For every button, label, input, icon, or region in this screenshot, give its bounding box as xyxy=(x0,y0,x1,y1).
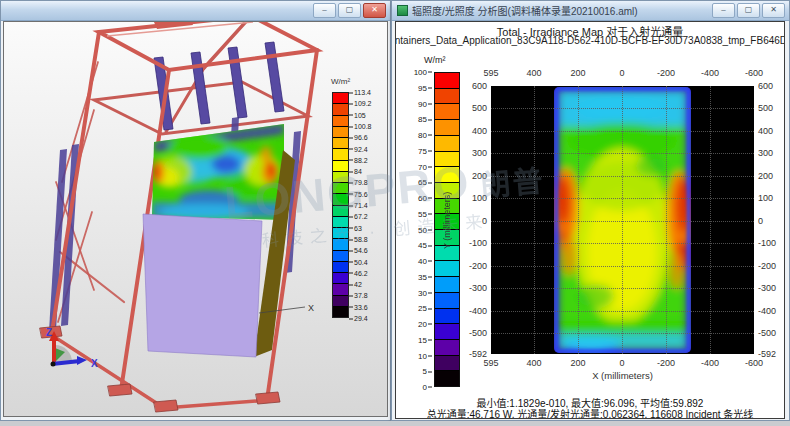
legend-tick-label: 0 xyxy=(423,383,432,392)
legend-color-band xyxy=(333,238,348,249)
y-tick-label: 500 xyxy=(758,103,773,113)
legend-tick-label: 5 xyxy=(423,367,432,376)
legend-color-band xyxy=(333,148,348,159)
chart-subtitle: Containers_Data_Application_83C9A118-D56… xyxy=(395,35,785,46)
legend-tick-label: 10 xyxy=(418,351,432,360)
legend-tick-label: 113.4 xyxy=(349,89,371,96)
legend-color-band xyxy=(333,171,348,182)
y-tick-label: -400 xyxy=(469,306,487,316)
legend-color-band xyxy=(333,216,348,227)
left-window-titlebar[interactable]: – ▢ ✕ xyxy=(1,1,390,21)
x-tick-label: 0 xyxy=(619,68,624,78)
legend-tick-label: 75 xyxy=(418,146,432,155)
y-tick-label: -400 xyxy=(758,306,776,316)
legend-color-band xyxy=(333,295,348,306)
x-tick-label: 0 xyxy=(619,358,624,368)
legend-tick-label: 67.2 xyxy=(349,213,368,220)
legend-tick-label: 46.2 xyxy=(349,269,368,276)
minimize-icon[interactable]: – xyxy=(313,3,336,18)
y-tick-label: 300 xyxy=(758,148,773,158)
legend-tick-label: 80 xyxy=(418,131,432,140)
x-tick-label: 400 xyxy=(526,68,541,78)
close-icon[interactable]: ✕ xyxy=(363,3,386,18)
legend-tick-label: 54.6 xyxy=(349,247,368,254)
x-tick-label: 595 xyxy=(483,358,498,368)
legend-ticks: 113.4109.2105100.896.692.488.28479.875.6… xyxy=(349,92,387,318)
x-tick-label: -600 xyxy=(745,358,763,368)
close-icon[interactable]: ✕ xyxy=(762,3,785,18)
x-tick-label: -200 xyxy=(657,358,675,368)
legend-tick-label: 96.6 xyxy=(349,134,368,141)
y-tick-label: 0 xyxy=(758,216,763,226)
legend-tick-label: 85 xyxy=(418,115,432,124)
desktop: – ▢ ✕ xyxy=(0,0,790,426)
y-tick-label: 400 xyxy=(758,126,773,136)
legend-tick-label: 79.8 xyxy=(349,179,368,186)
x-tick-label: -600 xyxy=(745,68,763,78)
y-tick-label: 400 xyxy=(472,126,487,136)
maximize-icon[interactable]: ▢ xyxy=(338,3,361,18)
lavender-box xyxy=(143,214,262,357)
legend-color-band xyxy=(333,306,348,317)
legend-color-bar xyxy=(332,92,349,318)
legend-color-band xyxy=(333,205,348,216)
legend-color-band xyxy=(333,182,348,193)
y-tick-label: 600 xyxy=(758,81,773,91)
y-axis-ticks-right: 6005004003002001000-100-200-300-400-500-… xyxy=(756,86,785,354)
y-tick-label: -100 xyxy=(758,238,776,248)
y-tick-label: -300 xyxy=(758,283,776,293)
legend-ticks: 1009590858075706560555045403530252015105… xyxy=(404,72,432,387)
legend-tick-label: 29.4 xyxy=(349,315,368,322)
y-axis-ticks-left: 6005004003002001000-100-200-300-400-500-… xyxy=(458,86,489,354)
legend-color-band xyxy=(333,272,348,283)
legend-color-band xyxy=(333,126,348,137)
stats-line-2: 总光通量:46.716 W, 光通量/发射光通量:0.062364, 11660… xyxy=(396,406,784,419)
legend-tick-label: 84 xyxy=(349,168,362,175)
legend-unit-label: W/m² xyxy=(331,77,388,86)
legend-tick-label: 100.8 xyxy=(349,122,372,129)
legend-tick-label: 55 xyxy=(418,209,432,218)
right-window-titlebar[interactable]: 辐照度/光照度 分析图(调料桶体录量20210016.aml) – ▢ ✕ xyxy=(392,1,789,21)
x-tick-label: -200 xyxy=(657,68,675,78)
legend-tick-label: 58.8 xyxy=(349,235,368,242)
y-tick-label: 100 xyxy=(472,193,487,203)
legend-tick-label: 100 xyxy=(414,68,432,77)
x-tick-label: 400 xyxy=(526,358,541,368)
legend-tick-label: 25 xyxy=(418,304,432,313)
chart-icon xyxy=(397,5,408,16)
colorbar-unit-label: W/m² xyxy=(424,55,446,65)
legend-color-band xyxy=(435,370,459,386)
y-tick-label: 0 xyxy=(482,216,487,226)
legend-tick-label: 50 xyxy=(418,225,432,234)
legend-color-band xyxy=(333,103,348,114)
legend-color-band xyxy=(333,160,348,171)
y-axis-title: Y (millimeters) xyxy=(442,86,454,354)
desktop-edge xyxy=(0,421,790,426)
legend-color-band xyxy=(333,193,348,204)
right-window: 辐照度/光照度 分析图(调料桶体录量20210016.aml) – ▢ ✕ To… xyxy=(391,0,790,421)
irradiance-surface xyxy=(149,120,289,220)
x-tick-label: 200 xyxy=(570,68,585,78)
triad-x-label: X xyxy=(91,358,98,369)
scene-x-label: X xyxy=(308,303,314,313)
x-axis-title: X (millimeters) xyxy=(491,370,754,381)
irradiance-heatmap[interactable] xyxy=(491,86,754,354)
minimize-icon[interactable]: – xyxy=(712,3,735,18)
legend-tick-label: 45 xyxy=(418,241,432,250)
triad-z-label: Z xyxy=(46,327,52,338)
legend-tick-label: 71.4 xyxy=(349,202,368,209)
heatmap-image xyxy=(491,86,754,354)
y-tick-label: 600 xyxy=(472,81,487,91)
maximize-icon[interactable]: ▢ xyxy=(737,3,760,18)
x-tick-label: -400 xyxy=(701,68,719,78)
legend-tick-label: 63 xyxy=(349,224,362,231)
legend-color-band xyxy=(435,355,459,371)
y-tick-label: 200 xyxy=(758,171,773,181)
x-tick-label: 200 xyxy=(570,358,585,368)
legend-color-band xyxy=(333,250,348,261)
legend-color-band xyxy=(333,283,348,294)
right-window-title: 辐照度/光照度 分析图(调料桶体录量20210016.aml) xyxy=(412,3,638,18)
right-window-controls: – ▢ ✕ xyxy=(712,3,789,18)
x-axis-ticks-bottom: 5954002000-200-400-600 xyxy=(491,358,754,369)
legend-color-band xyxy=(333,115,348,126)
